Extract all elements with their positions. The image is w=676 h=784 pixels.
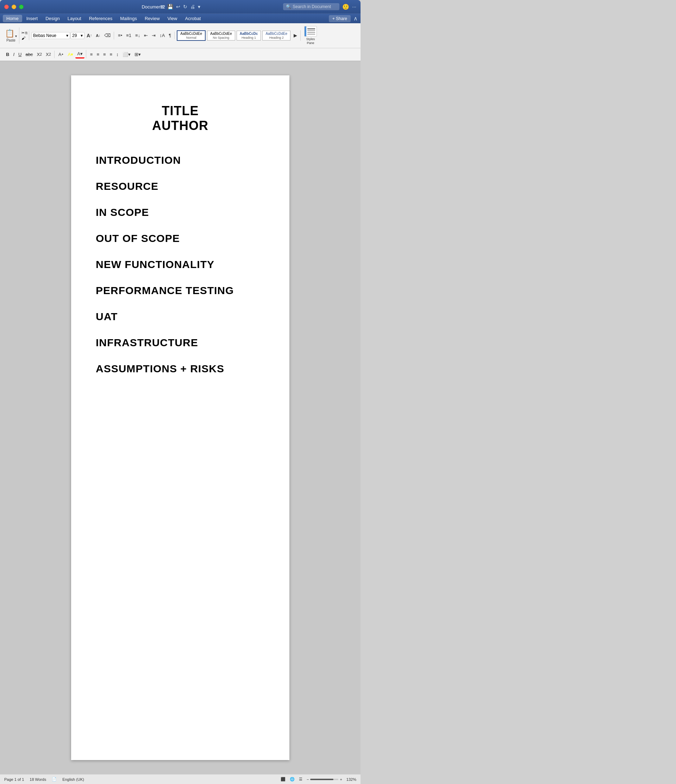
format-group: B I U abc X2 X2: [3, 51, 54, 58]
styles-gallery: AaBbCcDdEe Normal AaBbCcDdEe No Spacing …: [176, 30, 301, 41]
zoom-slider[interactable]: [310, 779, 338, 780]
italic-btn[interactable]: I: [11, 51, 16, 58]
zoom-level[interactable]: 132%: [347, 777, 356, 781]
doc-title: TITLE: [96, 104, 265, 118]
collapse-icon[interactable]: ∧: [353, 15, 358, 22]
menu-acrobat[interactable]: Acrobat: [181, 15, 204, 22]
decrease-indent-btn[interactable]: ⇤: [142, 32, 150, 39]
styles-more-btn[interactable]: ▶: [292, 32, 299, 39]
paste-dropdown-icon[interactable]: ▾: [15, 34, 17, 38]
customize-icon[interactable]: ▾: [198, 4, 200, 9]
font-group: Bebas Neue ▾ 29 ▾ A↑ A↓ ⌫: [30, 32, 114, 39]
strikethrough-btn[interactable]: abc: [23, 51, 34, 58]
app-window: ⊞ 💾 ↩ ↻ 🖨 ▾ Document2 🔍 Search in Docume…: [0, 0, 361, 784]
menu-view[interactable]: View: [164, 15, 181, 22]
superscript-btn[interactable]: X2: [44, 51, 53, 58]
menu-layout[interactable]: Layout: [64, 15, 85, 22]
save-icon[interactable]: 💾: [167, 4, 173, 9]
bold-btn[interactable]: B: [4, 51, 11, 58]
maximize-button[interactable]: [19, 5, 23, 9]
styles-pane-group[interactable]: StylesPane: [301, 25, 320, 47]
style-heading1-label: Heading 1: [241, 36, 256, 39]
share-button[interactable]: + Share: [329, 15, 351, 22]
subscript-btn[interactable]: X2: [35, 51, 44, 58]
font-name: Bebas Neue: [33, 33, 56, 38]
style-no-spacing-label: No Spacing: [213, 36, 230, 39]
borders-btn[interactable]: ⊞▾: [133, 51, 143, 58]
toolbar-row2: B I U abc X2 X2 A✦ A▾ A▾ ≡ ≡ ≡ ≡ ↕ ⬜▾ ⊞▾: [0, 48, 361, 61]
format-painter-icon[interactable]: 🖌: [22, 36, 25, 40]
heading-uat: UAT: [96, 311, 265, 323]
clear-format-btn[interactable]: ⌫: [103, 32, 112, 39]
emoji-icon[interactable]: 🙂: [342, 3, 349, 10]
style-heading1[interactable]: AaBbCcDc Heading 1: [236, 31, 261, 40]
minimize-button[interactable]: [12, 5, 16, 9]
zoom-out-btn[interactable]: −: [307, 777, 309, 781]
clipboard-sub-group: ✂ ⎘ 🖌: [20, 31, 29, 40]
close-button[interactable]: [4, 5, 9, 9]
increase-font-btn[interactable]: A↑: [85, 32, 94, 39]
align-right-btn[interactable]: ≡: [101, 51, 108, 58]
size-dropdown-icon: ▾: [81, 33, 83, 38]
cut-icon[interactable]: ✂: [22, 31, 25, 35]
font-selector[interactable]: Bebas Neue ▾: [31, 32, 70, 39]
menu-insert[interactable]: Insert: [23, 15, 42, 22]
style-normal[interactable]: AaBbCcDdEe Normal: [177, 30, 206, 41]
paste-icon: 📋: [5, 29, 14, 38]
zoom-in-btn[interactable]: +: [340, 777, 342, 781]
title-bar: ⊞ 💾 ↩ ↻ 🖨 ▾ Document2 🔍 Search in Docume…: [0, 0, 361, 13]
menu-references[interactable]: References: [85, 15, 116, 22]
align-center-btn[interactable]: ≡: [95, 51, 101, 58]
layout-icon[interactable]: ⬛: [281, 777, 286, 781]
outline-icon[interactable]: ☰: [299, 777, 302, 781]
numbering-btn[interactable]: ≡1: [124, 32, 133, 39]
word-count: 18 Words: [30, 777, 46, 781]
menu-review[interactable]: Review: [141, 15, 163, 22]
font-color-btn[interactable]: A▾: [75, 50, 84, 59]
proofing-icon[interactable]: 📄: [52, 777, 57, 781]
text-effect-group: A✦ A▾ A▾: [55, 50, 86, 59]
menu-mailings[interactable]: Mailings: [117, 15, 140, 22]
redo-icon[interactable]: ↻: [183, 4, 187, 9]
print-icon[interactable]: 🖨: [190, 4, 195, 9]
text-effect-btn[interactable]: A✦: [57, 51, 66, 58]
heading-new-functionality: NEW FUNCTIONALITY: [96, 258, 265, 271]
grid-icon[interactable]: ⊞: [160, 4, 165, 9]
font-dropdown-icon: ▾: [66, 33, 68, 38]
page-info: Page 1 of 1: [4, 777, 24, 781]
document-page[interactable]: TITLE AUTHOR INTRODUCTION RESOURCE IN SC…: [71, 75, 289, 760]
underline-btn[interactable]: U: [17, 51, 23, 58]
copy-icon[interactable]: ⎘: [25, 31, 28, 35]
undo-icon[interactable]: ↩: [176, 4, 180, 9]
style-heading2-label: Heading 2: [269, 36, 284, 39]
line-spacing-btn[interactable]: ↕: [114, 51, 120, 58]
web-layout-icon[interactable]: 🌐: [290, 777, 295, 781]
show-marks-btn[interactable]: ¶: [167, 32, 173, 39]
menu-design[interactable]: Design: [42, 15, 63, 22]
search-bar[interactable]: 🔍 Search in Document: [283, 3, 339, 10]
content-area: TITLE AUTHOR INTRODUCTION RESOURCE IN SC…: [0, 61, 361, 774]
doc-author: AUTHOR: [96, 118, 265, 133]
increase-indent-btn[interactable]: ⇥: [150, 32, 157, 39]
menu-home[interactable]: Home: [3, 15, 22, 22]
decrease-font-btn[interactable]: A↓: [94, 33, 102, 39]
align-left-btn[interactable]: ≡: [89, 51, 95, 58]
style-heading2[interactable]: AaBbCcDdEe Heading 2: [262, 31, 291, 40]
style-no-spacing[interactable]: AaBbCcDdEe No Spacing: [207, 31, 235, 40]
zoom-control: − +: [307, 777, 342, 781]
justify-btn[interactable]: ≡: [108, 51, 114, 58]
menu-right: + Share ∧: [329, 15, 358, 22]
shading-btn[interactable]: ⬜▾: [121, 51, 132, 58]
bullets-btn[interactable]: ≡•: [116, 32, 124, 39]
multilevel-btn[interactable]: ≡↓: [134, 32, 142, 39]
font-size: 29: [72, 33, 77, 38]
ellipsis-icon[interactable]: ···: [352, 4, 356, 9]
paragraph-group: ≡• ≡1 ≡↓ ⇤ ⇥ ↕A ¶: [115, 32, 175, 39]
heading-in-scope: IN SCOPE: [96, 206, 265, 218]
sort-btn[interactable]: ↕A: [158, 32, 166, 39]
heading-out-of-scope: OUT OF SCOPE: [96, 232, 265, 244]
highlight-btn[interactable]: A▾: [66, 51, 75, 58]
heading-assumptions-risks: ASSUMPTIONS + RISKS: [96, 363, 265, 375]
zoom-slider-fill: [310, 779, 333, 780]
font-size-selector[interactable]: 29 ▾: [70, 32, 84, 39]
